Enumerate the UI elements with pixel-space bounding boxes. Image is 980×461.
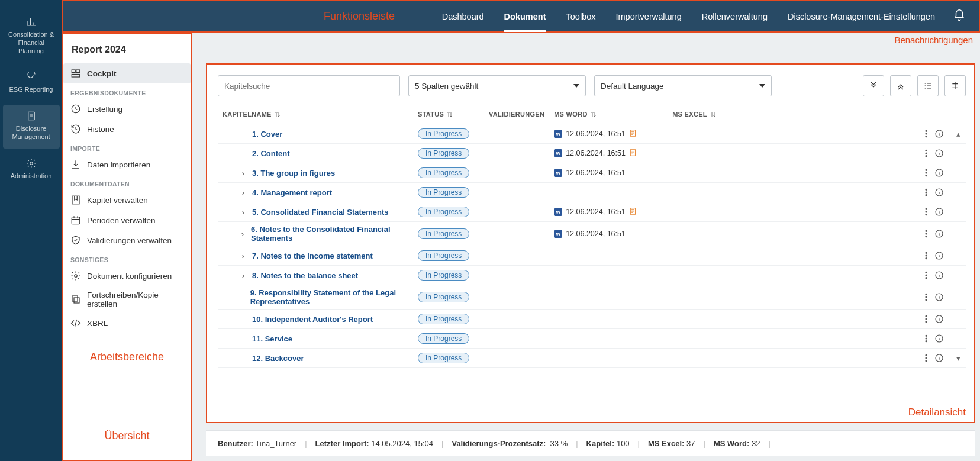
attachment-icon[interactable]: [629, 207, 637, 217]
sidebar-item-historie[interactable]: Historie: [63, 119, 191, 139]
layout-button[interactable]: [944, 75, 966, 96]
topnav-disclosure-management-einstellungen[interactable]: Disclosure-Management-Einstellungen: [788, 2, 935, 31]
chevron-right-icon[interactable]: ›: [239, 188, 247, 197]
sort-icon[interactable]: [444, 111, 453, 118]
chapter-link[interactable]: 7. Notes to the income statement: [252, 252, 373, 260]
info-icon[interactable]: [933, 166, 946, 179]
word-icon: W: [554, 208, 562, 216]
sidebar-item-erstellung[interactable]: Erstellung: [63, 99, 191, 119]
chevron-right-icon[interactable]: ›: [239, 230, 246, 238]
sort-icon[interactable]: [272, 111, 281, 118]
sidebar-item-kapitel-verwalten[interactable]: Kapitel verwalten: [63, 190, 191, 210]
chevron-right-icon[interactable]: ›: [239, 208, 247, 217]
row-menu-button[interactable]: [920, 291, 933, 304]
info-icon[interactable]: [933, 186, 946, 199]
svg-point-19: [926, 156, 927, 157]
chapter-link[interactable]: 4. Management report: [252, 188, 332, 197]
row-menu-button[interactable]: [920, 166, 933, 179]
table-row: 1. CoverIn ProgressW12.06.2024, 16:51▴: [218, 124, 966, 144]
cockpit-icon: [70, 68, 81, 79]
row-menu-button[interactable]: [920, 269, 933, 282]
status-footer: Benutzer: Tina_Turner| Letzter Import: 1…: [206, 430, 975, 456]
svg-point-60: [926, 360, 927, 362]
info-icon[interactable]: [933, 147, 946, 160]
topnav-dokument[interactable]: Dokument: [504, 2, 546, 31]
columns-select[interactable]: 5 Spalten gewählt: [408, 75, 586, 96]
info-icon[interactable]: [933, 269, 946, 282]
status-badge: In Progress: [418, 228, 469, 239]
table-row: 12. BackcoverIn Progress▾: [218, 349, 966, 368]
sidebar-item-fortschreiben-kopie-erstellen[interactable]: Fortschreiben/Kopie erstellen: [63, 286, 191, 313]
attachment-icon[interactable]: [629, 129, 637, 139]
topnav-importverwaltung[interactable]: Importverwaltung: [616, 2, 682, 31]
chevron-right-icon[interactable]: ›: [239, 252, 247, 260]
collapse-all-button[interactable]: [890, 75, 911, 96]
chapter-link[interactable]: 2. Content: [252, 149, 290, 158]
topnav-rollenverwaltung[interactable]: Rollenverwaltung: [702, 2, 768, 31]
svg-point-23: [926, 175, 927, 176]
sidebar-item-xbrl[interactable]: XBRL: [63, 313, 191, 333]
annotation-notifications: Benachrichtigungen: [894, 35, 973, 45]
row-menu-button[interactable]: [920, 249, 933, 262]
chevron-right-icon[interactable]: ›: [239, 271, 247, 280]
sidebar-category: SONSTIGES: [63, 250, 191, 266]
info-icon[interactable]: [933, 249, 946, 262]
svg-point-50: [926, 315, 927, 317]
svg-point-35: [926, 233, 927, 234]
sidebar-item-perioden-verwalten[interactable]: Perioden verwalten: [63, 210, 191, 230]
row-menu-button[interactable]: [920, 227, 933, 240]
topnav-toolbox[interactable]: Toolbox: [566, 2, 596, 31]
chapter-link[interactable]: 3. The group in figures: [252, 169, 335, 178]
sidebar-item-validierungen-verwalten[interactable]: Validierungen verwalten: [63, 230, 191, 250]
attachment-icon[interactable]: [629, 149, 637, 159]
sort-icon[interactable]: [707, 111, 717, 118]
row-menu-button[interactable]: [920, 352, 933, 365]
chapter-link[interactable]: 6. Notes to the Consolidated Financial S…: [251, 225, 408, 243]
row-menu-button[interactable]: [920, 312, 933, 325]
info-icon[interactable]: [933, 312, 946, 325]
language-select[interactable]: Default Language: [594, 75, 772, 96]
expand-all-button[interactable]: [863, 75, 884, 96]
chapter-link[interactable]: 11. Service: [252, 334, 292, 343]
scroll-down-icon[interactable]: ▾: [956, 354, 960, 363]
svg-point-44: [926, 278, 927, 279]
info-icon[interactable]: [933, 291, 946, 304]
row-menu-button[interactable]: [920, 147, 933, 160]
topnav-dashboard[interactable]: Dashboard: [442, 2, 484, 31]
table-row: ›8. Notes to the balance sheetIn Progres…: [218, 266, 966, 285]
row-menu-button[interactable]: [920, 127, 933, 140]
info-icon[interactable]: [933, 227, 946, 240]
chapter-link[interactable]: 5. Consolidated Financial Statements: [252, 208, 388, 217]
scroll-up-icon[interactable]: ▴: [956, 130, 960, 138]
rail-item-3[interactable]: Administration: [3, 152, 60, 188]
chapter-link[interactable]: 9. Responsibility Statement of the Legal…: [250, 288, 408, 306]
annotation-workspaces: Arbeitsbereiche: [63, 333, 191, 363]
info-icon[interactable]: [933, 352, 946, 365]
rail-item-2[interactable]: Disclosure Management: [3, 105, 60, 149]
list-view-button[interactable]: [917, 75, 939, 96]
table-row: ›4. Management reportIn Progress: [218, 183, 966, 202]
row-menu-button[interactable]: [920, 205, 933, 218]
chevron-right-icon[interactable]: ›: [239, 169, 247, 178]
info-icon[interactable]: [933, 332, 946, 345]
chapter-search-input[interactable]: [218, 75, 400, 96]
sidebar-item-cockpit[interactable]: Cockpit: [63, 63, 191, 83]
chapter-link[interactable]: 12. Backcover: [252, 354, 304, 363]
info-icon[interactable]: [933, 205, 946, 218]
info-icon[interactable]: [933, 127, 946, 140]
rail-item-0[interactable]: Consolidation & Financial Planning: [3, 11, 60, 62]
svg-point-14: [926, 136, 927, 137]
svg-point-22: [926, 172, 927, 173]
svg-rect-7: [72, 217, 80, 224]
chapter-link[interactable]: 1. Cover: [252, 130, 282, 138]
sort-icon[interactable]: [588, 111, 597, 118]
sidebar-item-dokument-konfigurieren[interactable]: Dokument konfigurieren: [63, 266, 191, 286]
svg-point-18: [926, 153, 927, 154]
notifications-icon[interactable]: [953, 9, 966, 24]
rail-item-1[interactable]: ESG Reporting: [3, 66, 60, 101]
row-menu-button[interactable]: [920, 186, 933, 199]
row-menu-button[interactable]: [920, 332, 933, 345]
chapter-link[interactable]: 10. Independent Auditor's Report: [252, 315, 373, 324]
sidebar-item-daten-importieren[interactable]: Daten importieren: [63, 154, 191, 175]
chapter-link[interactable]: 8. Notes to the balance sheet: [252, 271, 358, 280]
